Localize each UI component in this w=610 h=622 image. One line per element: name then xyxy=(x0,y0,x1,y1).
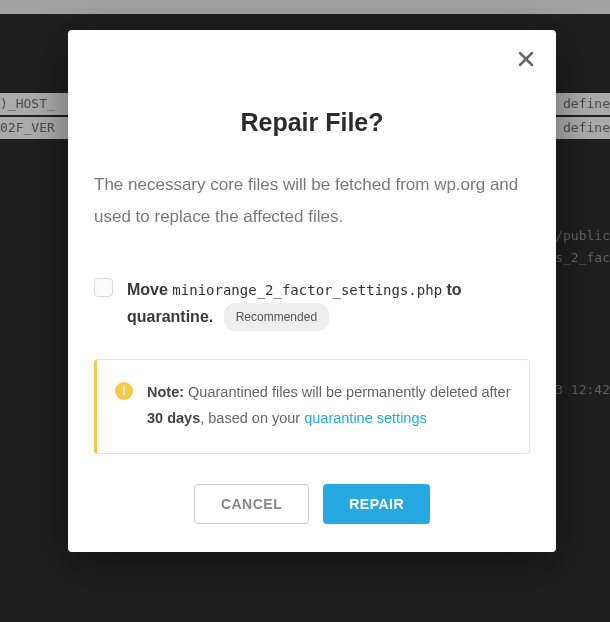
quarantine-checkbox[interactable] xyxy=(94,278,113,297)
close-icon xyxy=(518,47,534,73)
note-before: Quarantined files will be permanently de… xyxy=(188,384,510,400)
recommended-badge: Recommended xyxy=(224,303,329,331)
cancel-button[interactable]: CANCEL xyxy=(194,484,309,524)
repair-button[interactable]: REPAIR xyxy=(323,484,430,524)
quarantine-filename: miniorange_2_factor_settings.php xyxy=(172,282,442,298)
note-days: 30 days xyxy=(147,410,200,426)
note-label: Note: xyxy=(147,384,184,400)
quarantine-settings-link[interactable]: quarantine settings xyxy=(304,410,427,426)
note-after: , based on your xyxy=(200,410,300,426)
quarantine-label: Move miniorange_2_factor_settings.php to… xyxy=(127,276,530,332)
info-icon: i xyxy=(115,382,133,400)
note-box: i Note: Quarantined files will be perman… xyxy=(94,359,530,454)
modal-description: The necessary core files will be fetched… xyxy=(94,169,530,234)
quarantine-option: Move miniorange_2_factor_settings.php to… xyxy=(94,276,530,332)
repair-file-modal: Repair File? The necessary core files wi… xyxy=(68,30,556,552)
close-button[interactable] xyxy=(514,48,538,72)
modal-title: Repair File? xyxy=(94,108,530,137)
note-text: Note: Quarantined files will be permanen… xyxy=(147,380,511,431)
modal-actions: CANCEL REPAIR xyxy=(94,484,530,524)
quarantine-prefix: Move xyxy=(127,281,168,298)
